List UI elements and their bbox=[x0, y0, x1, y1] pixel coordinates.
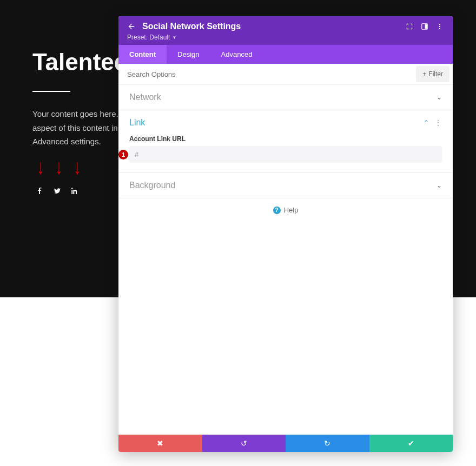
field-label: Account Link URL bbox=[129, 135, 442, 143]
expand-icon[interactable] bbox=[405, 22, 414, 31]
modal-footer: ✖ ↺ ↻ ✔ bbox=[118, 435, 453, 452]
chevron-down-icon: ⌄ bbox=[437, 182, 442, 189]
divider bbox=[32, 91, 70, 92]
modal-title: Social Network Settings bbox=[142, 22, 399, 31]
redo-button[interactable]: ↻ bbox=[286, 435, 369, 452]
close-icon: ✖ bbox=[157, 439, 163, 448]
social-icons-row bbox=[37, 187, 78, 195]
step-badge: 1 bbox=[118, 150, 128, 159]
svg-point-4 bbox=[439, 28, 440, 29]
section-label: Link bbox=[129, 118, 424, 128]
snap-icon[interactable] bbox=[420, 22, 429, 31]
filter-label: Filter bbox=[428, 70, 443, 78]
cancel-button[interactable]: ✖ bbox=[118, 435, 202, 452]
save-button[interactable]: ✔ bbox=[369, 435, 453, 452]
kebab-icon[interactable]: ⋮ bbox=[434, 118, 442, 127]
help-icon: ? bbox=[273, 207, 281, 214]
preset-dropdown[interactable]: Preset: Default ▼ bbox=[127, 34, 176, 41]
undo-icon: ↺ bbox=[241, 439, 247, 448]
plus-icon: + bbox=[422, 70, 426, 78]
help-button[interactable]: ? Help bbox=[118, 198, 453, 222]
svg-point-3 bbox=[439, 26, 440, 27]
section-link: Link ⌃ ⋮ Account Link URL 1 bbox=[118, 110, 453, 173]
modal-header: Social Network Settings Preset: Default … bbox=[118, 16, 453, 45]
help-label: Help bbox=[284, 206, 299, 214]
arrow-down-icon: ↓ bbox=[55, 156, 63, 177]
caret-down-icon: ▼ bbox=[172, 35, 176, 40]
section-header-network[interactable]: Network ⌄ bbox=[118, 85, 453, 110]
section-network: Network ⌄ bbox=[118, 85, 453, 110]
section-header-link[interactable]: Link ⌃ ⋮ bbox=[118, 110, 453, 135]
chevron-down-icon: ⌄ bbox=[437, 94, 442, 101]
section-label: Network bbox=[129, 92, 437, 102]
undo-button[interactable]: ↺ bbox=[202, 435, 286, 452]
search-row: + Filter bbox=[118, 64, 453, 85]
arrow-down-icon: ↓ bbox=[74, 156, 81, 177]
section-label: Background bbox=[129, 181, 437, 190]
settings-modal: Social Network Settings Preset: Default … bbox=[118, 16, 453, 452]
svg-point-2 bbox=[439, 24, 440, 25]
section-background: Background ⌄ bbox=[118, 173, 453, 198]
annotation-arrows: ↓ ↓ ↓ bbox=[37, 159, 81, 175]
filter-button[interactable]: + Filter bbox=[416, 66, 449, 82]
search-input[interactable] bbox=[118, 65, 413, 84]
twitter-icon[interactable] bbox=[54, 187, 61, 195]
redo-icon: ↻ bbox=[324, 439, 330, 448]
chevron-up-icon: ⌃ bbox=[424, 119, 429, 127]
linkedin-icon[interactable] bbox=[71, 187, 78, 195]
tab-bar: Content Design Advanced bbox=[118, 45, 453, 64]
check-icon: ✔ bbox=[408, 439, 414, 448]
facebook-icon[interactable] bbox=[37, 187, 43, 195]
svg-rect-1 bbox=[425, 24, 427, 29]
account-link-url-input[interactable] bbox=[129, 146, 442, 163]
arrow-down-icon: ↓ bbox=[37, 156, 44, 177]
preset-label: Preset: Default bbox=[127, 34, 170, 41]
kebab-icon[interactable] bbox=[435, 22, 444, 31]
tab-content[interactable]: Content bbox=[118, 45, 167, 64]
tab-design[interactable]: Design bbox=[167, 45, 210, 64]
section-header-background[interactable]: Background ⌄ bbox=[118, 173, 453, 198]
tab-advanced[interactable]: Advanced bbox=[210, 45, 263, 64]
back-icon[interactable] bbox=[127, 22, 136, 31]
